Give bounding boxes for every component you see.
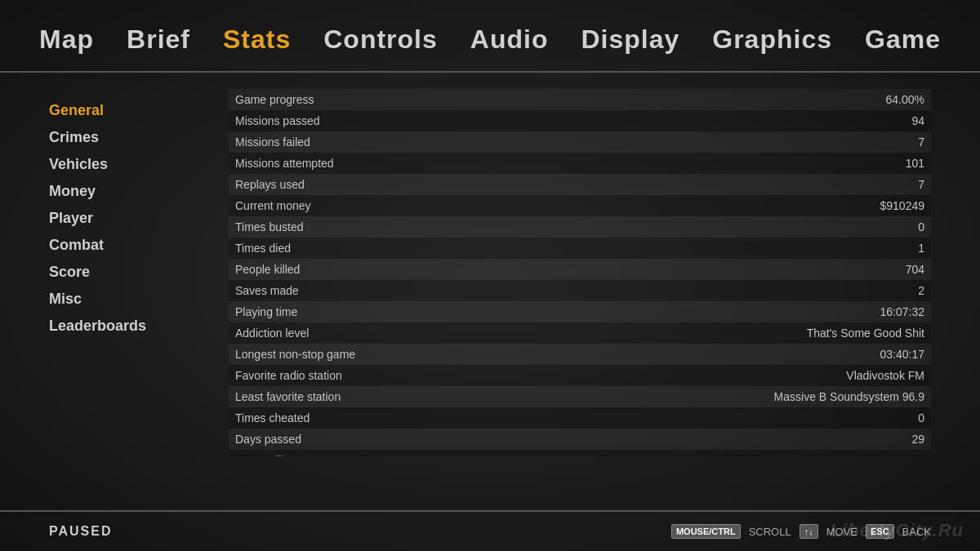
- stat-value: That's Some Good Shit: [761, 327, 924, 340]
- stats-row: Addiction level That's Some Good Shit: [229, 322, 931, 344]
- sidebar-money[interactable]: Money: [49, 178, 229, 205]
- stats-row: Playing time 16:07:32: [229, 301, 931, 322]
- stat-value: 16:07:32: [761, 305, 924, 318]
- stats-row: Missions failed 7: [229, 131, 931, 153]
- sidebar-vehicles[interactable]: Vehicles: [49, 151, 229, 178]
- stat-label: Roman like: [235, 454, 292, 456]
- stat-label: Days passed: [235, 433, 301, 446]
- stat-label: Saves made: [235, 284, 299, 297]
- watermark: LibertyCity.Ru: [830, 520, 964, 541]
- stat-label: Missions failed: [235, 136, 310, 149]
- sidebar-score[interactable]: Score: [49, 259, 229, 286]
- stat-label: Missions attempted: [235, 157, 334, 170]
- nav-audio[interactable]: Audio: [470, 24, 549, 55]
- top-navigation: Map Brief Stats Controls Audio Display G…: [0, 0, 980, 73]
- stat-value: 0: [761, 411, 924, 424]
- nav-display[interactable]: Display: [581, 24, 679, 55]
- stats-row: Favorite radio station Vladivostok FM: [229, 365, 931, 386]
- stats-row: Missions passed 94: [229, 110, 931, 131]
- stat-value: Massive B Soundsystem 96.9: [761, 390, 924, 403]
- stat-value: 101: [761, 157, 924, 170]
- sidebar-general[interactable]: General: [49, 97, 229, 124]
- stat-value: 7: [761, 136, 924, 149]
- stat-value: 03:40:17: [761, 348, 924, 361]
- stat-label: Game progress: [235, 93, 314, 106]
- stat-label: Longest non-stop game: [235, 348, 355, 361]
- stats-row: Saves made 2: [229, 280, 931, 301]
- stat-label: Missions passed: [235, 114, 320, 127]
- stat-value: 704: [761, 263, 924, 276]
- sidebar-player[interactable]: Player: [49, 205, 229, 232]
- stat-label: Least favorite station: [235, 390, 341, 403]
- sidebar: General Crimes Vehicles Money Player Com…: [49, 89, 229, 456]
- stat-value: 64.00%: [761, 93, 924, 106]
- stat-value: 2: [761, 284, 924, 297]
- stats-area: Game progress 64.00% Missions passed 94 …: [229, 89, 931, 456]
- stats-row: Replays used 7: [229, 174, 931, 195]
- key-move: ↑↓: [800, 524, 818, 539]
- stats-row: Longest non-stop game 03:40:17: [229, 344, 931, 365]
- stat-value: 94: [761, 114, 924, 127]
- stat-label: Times died: [235, 242, 291, 255]
- stat-value: 1: [761, 242, 924, 255]
- stat-label: Times cheated: [235, 411, 310, 424]
- stat-label: Times busted: [235, 220, 304, 233]
- stats-row: Days passed 29: [229, 429, 931, 450]
- main-content: General Crimes Vehicles Money Player Com…: [0, 73, 980, 473]
- stats-row: Roman like 93.00%: [229, 450, 931, 456]
- stat-label: People killed: [235, 263, 300, 276]
- scroll-label: SCROLL: [749, 526, 791, 538]
- stats-row: Times died 1: [229, 238, 931, 259]
- key-mouse: MOUSE/CTRL: [671, 524, 741, 539]
- stat-value: 93.00%: [761, 454, 924, 456]
- stats-row: Times cheated 0: [229, 407, 931, 429]
- stat-label: Replays used: [235, 178, 305, 191]
- nav-brief[interactable]: Brief: [127, 24, 190, 55]
- stat-value: Vladivostok FM: [761, 369, 924, 382]
- stat-label: Playing time: [235, 305, 297, 318]
- stat-value: 0: [761, 220, 924, 233]
- nav-game[interactable]: Game: [865, 24, 941, 55]
- stats-table: Game progress 64.00% Missions passed 94 …: [229, 89, 931, 456]
- stat-value: $910249: [761, 199, 924, 212]
- stats-row: People killed 704: [229, 259, 931, 280]
- nav-graphics[interactable]: Graphics: [712, 24, 832, 55]
- sidebar-leaderboards[interactable]: Leaderboards: [49, 313, 229, 340]
- stat-label: Favorite radio station: [235, 369, 342, 382]
- stats-row: Current money $910249: [229, 195, 931, 216]
- stat-value: 29: [761, 433, 924, 446]
- nav-controls[interactable]: Controls: [323, 24, 438, 55]
- stat-label: Current money: [235, 199, 311, 212]
- sidebar-misc[interactable]: Misc: [49, 286, 229, 313]
- nav-stats[interactable]: Stats: [223, 24, 291, 55]
- sidebar-crimes[interactable]: Crimes: [49, 124, 229, 151]
- stats-row: Missions attempted 101: [229, 153, 931, 174]
- stats-row: Game progress 64.00%: [229, 89, 931, 110]
- nav-map[interactable]: Map: [39, 24, 94, 55]
- stat-value: 7: [761, 178, 924, 191]
- stats-row: Least favorite station Massive B Soundsy…: [229, 386, 931, 407]
- stat-label: Addiction level: [235, 327, 309, 340]
- paused-label: PAUSED: [49, 524, 113, 539]
- stats-row: Times busted 0: [229, 216, 931, 238]
- sidebar-combat[interactable]: Combat: [49, 232, 229, 259]
